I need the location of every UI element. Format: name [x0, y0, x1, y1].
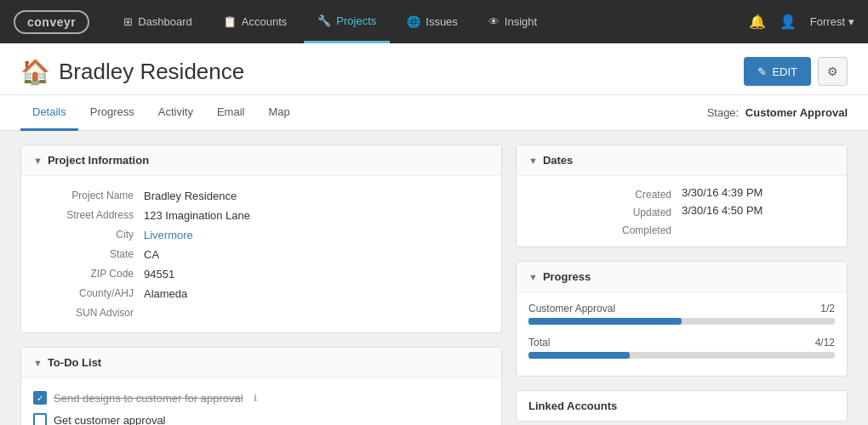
label-project-name: Project Name	[33, 190, 144, 202]
page-title: Bradley Residence	[59, 59, 244, 85]
progress-bar-bg-total	[528, 352, 835, 359]
progress-count-total: 4/12	[815, 337, 835, 348]
progress-label-customer: Customer Approval	[528, 303, 615, 314]
todo-info-icon-1[interactable]: ℹ	[254, 393, 257, 404]
navbar: conveyr ⊞ Dashboard 📋 Accounts 🔧 Project…	[0, 0, 868, 43]
header-actions: ✎ EDIT ⚙	[744, 57, 848, 86]
project-info-chevron[interactable]: ▼	[33, 156, 43, 166]
tab-details[interactable]: Details	[20, 95, 78, 131]
content-area: ▼ Project Information Project Name Bradl…	[0, 131, 868, 425]
project-info-header: ▼ Project Information	[21, 145, 501, 176]
page-title-area: 🏠 Bradley Residence	[20, 58, 744, 86]
progress-label-total: Total	[528, 337, 550, 348]
progress-header: ▼ Progress	[517, 262, 847, 292]
label-state: State	[33, 248, 144, 261]
linked-accounts-header: Linked Accounts	[517, 391, 847, 421]
tab-activity[interactable]: Activity	[146, 95, 205, 131]
progress-body: Customer Approval 1/2 Total 4/12	[517, 292, 847, 376]
accounts-icon: 📋	[223, 15, 237, 28]
todo-header: ▼ To-Do List	[21, 348, 501, 378]
progress-row-total: Total 4/12	[528, 337, 835, 359]
house-icon: 🏠	[20, 58, 50, 86]
nav-item-issues[interactable]: 🌐 Issues	[393, 0, 471, 43]
todo-body: ✓ Send designs to customer for approval …	[21, 378, 501, 425]
value-state: CA	[144, 248, 159, 261]
tab-progress[interactable]: Progress	[78, 95, 146, 131]
user-menu[interactable]: Forrest ▾	[810, 15, 854, 28]
todo-item-2: Get customer approval	[33, 409, 489, 425]
right-column: ▼ Dates Created 3/30/16 4:39 PM Updated …	[516, 144, 848, 425]
bell-icon[interactable]: 🔔	[749, 14, 766, 30]
page-wrapper: 🏠 Bradley Residence ✎ EDIT ⚙ Details Pro…	[0, 43, 868, 425]
linked-accounts-title: Linked Accounts	[528, 400, 617, 412]
linked-accounts-section: Linked Accounts	[516, 390, 848, 422]
edit-button[interactable]: ✎ EDIT	[744, 57, 811, 86]
page-header: 🏠 Bradley Residence ✎ EDIT ⚙	[0, 43, 868, 95]
todo-section: ▼ To-Do List ✓ Send designs to customer …	[20, 347, 502, 425]
stage-prefix: Stage:	[707, 106, 740, 119]
user-avatar: 👤	[779, 14, 797, 30]
user-name: Forrest	[810, 15, 845, 28]
todo-checkbox-1[interactable]: ✓	[33, 391, 47, 405]
info-row-street: Street Address 123 Imagination Lane	[33, 206, 489, 225]
issues-icon: 🌐	[407, 15, 420, 28]
nav-item-insight[interactable]: 👁 Insight	[475, 0, 551, 43]
dates-header: ▼ Dates	[517, 145, 847, 176]
stage-label: Stage: Customer Approval	[707, 106, 848, 119]
completed-value	[682, 222, 835, 236]
edit-icon: ✎	[757, 65, 767, 78]
dashboard-icon: ⊞	[123, 15, 133, 28]
progress-bar-bg-customer	[528, 318, 835, 325]
project-info-section: ▼ Project Information Project Name Bradl…	[20, 144, 502, 333]
nav-label-insight: Insight	[505, 15, 537, 28]
nav-item-dashboard[interactable]: ⊞ Dashboard	[110, 0, 206, 43]
dates-body: Created 3/30/16 4:39 PM Updated 3/30/16 …	[517, 176, 847, 246]
label-street: Street Address	[33, 209, 144, 222]
gear-icon: ⚙	[827, 65, 838, 78]
gear-button[interactable]: ⚙	[818, 57, 848, 86]
stage-value: Customer Approval	[745, 106, 848, 119]
value-project-name: Bradley Residence	[144, 190, 237, 202]
project-info-title: Project Information	[48, 154, 149, 167]
value-street: 123 Imagination Lane	[144, 209, 250, 222]
label-zip: ZIP Code	[33, 268, 144, 280]
progress-bar-fill-total	[528, 352, 630, 359]
tab-email[interactable]: Email	[205, 95, 257, 131]
progress-row-customer: Customer Approval 1/2	[528, 303, 835, 325]
user-caret-icon: ▾	[848, 15, 854, 28]
progress-count-customer: 1/2	[820, 303, 835, 314]
value-city: Livermore	[144, 229, 193, 241]
info-row-sun: SUN Advisor	[33, 303, 489, 322]
nav-label-projects: Projects	[336, 14, 376, 27]
tab-map[interactable]: Map	[256, 95, 301, 131]
nav-item-accounts[interactable]: 📋 Accounts	[209, 0, 300, 43]
todo-text-1: Send designs to customer for approval	[54, 392, 243, 405]
progress-section: ▼ Progress Customer Approval 1/2	[516, 261, 848, 377]
project-info-body: Project Name Bradley Residence Street Ad…	[21, 176, 501, 332]
nav-label-accounts: Accounts	[242, 15, 287, 28]
completed-label: Completed	[528, 222, 682, 236]
todo-chevron[interactable]: ▼	[33, 358, 43, 368]
dates-section: ▼ Dates Created 3/30/16 4:39 PM Updated …	[516, 144, 848, 247]
brand-logo[interactable]: conveyr	[14, 10, 89, 34]
dates-title: Dates	[543, 154, 573, 167]
progress-bar-fill-customer	[528, 318, 682, 325]
value-zip: 94551	[144, 268, 174, 280]
dates-chevron[interactable]: ▼	[528, 156, 538, 166]
progress-chevron[interactable]: ▼	[528, 272, 538, 282]
todo-item-1: ✓ Send designs to customer for approval …	[33, 387, 489, 409]
nav-item-projects[interactable]: 🔧 Projects	[304, 0, 390, 43]
info-row-state: State CA	[33, 245, 489, 264]
tabs-bar: Details Progress Activity Email Map Stag…	[0, 95, 868, 131]
nav-label-issues: Issues	[425, 15, 458, 28]
todo-checkbox-2[interactable]	[33, 413, 47, 425]
edit-label: EDIT	[772, 65, 797, 78]
todo-text-2: Get customer approval	[54, 414, 166, 426]
nav-label-dashboard: Dashboard	[138, 15, 192, 28]
updated-label: Updated	[528, 204, 682, 218]
info-row-zip: ZIP Code 94551	[33, 264, 489, 284]
label-city: City	[33, 229, 144, 241]
info-row-project-name: Project Name Bradley Residence	[33, 186, 489, 206]
todo-title: To-Do List	[48, 356, 101, 369]
updated-value: 3/30/16 4:50 PM	[682, 204, 835, 218]
